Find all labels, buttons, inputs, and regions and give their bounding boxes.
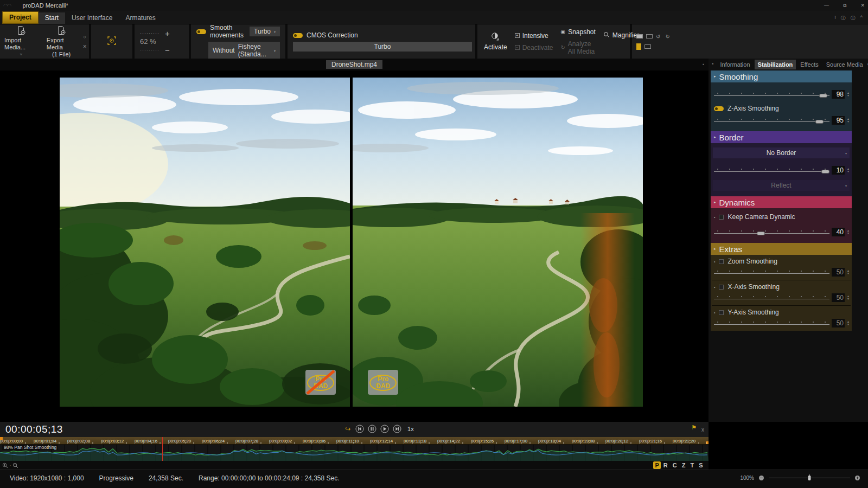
go-to-end-button[interactable] xyxy=(393,425,401,433)
xaxis-smoothing-checkbox[interactable]: • X-Axis Smoothing xyxy=(712,280,851,292)
status-zoom-in-icon[interactable] xyxy=(854,475,860,481)
analyze-all-media-button[interactable]: ↻ Analyze All Media xyxy=(560,40,595,55)
menu-tab-project[interactable]: Project xyxy=(2,11,39,24)
tab-source-media[interactable]: Source Media xyxy=(823,60,866,69)
timeline-zoom-in-icon[interactable] xyxy=(2,463,8,468)
tool-z-button[interactable]: Z xyxy=(679,462,688,468)
dynamics-spinner[interactable]: ▲▼ xyxy=(847,229,850,235)
single-monitor-icon[interactable] xyxy=(636,34,643,38)
menu-tab-user-interface[interactable]: User Interface xyxy=(65,12,119,24)
border-spinner[interactable]: ▲▼ xyxy=(847,168,850,173)
info-icon[interactable]: ⓘ xyxy=(841,15,846,22)
loop-icon[interactable]: ↪ xyxy=(345,425,350,433)
group-close-icon[interactable]: ✕ xyxy=(82,44,87,49)
go-to-start-button[interactable] xyxy=(355,425,364,433)
timeline-close-icon[interactable]: x xyxy=(701,427,704,433)
extras-header[interactable]: ▸ Extras xyxy=(711,243,852,255)
focus-target-icon[interactable] xyxy=(106,35,117,48)
video-pane-original[interactable]: Pro DAD xyxy=(60,78,350,407)
collapse-ribbon-icon[interactable]: ^ xyxy=(860,15,863,22)
about-icon[interactable]: ⓘ xyxy=(851,15,856,22)
close-icon[interactable]: ✕ xyxy=(860,3,865,8)
undo-icon[interactable]: ↺ xyxy=(656,34,662,40)
xaxis-smoothing-slider[interactable]: 50 ▲▼ xyxy=(712,292,851,305)
yaxis-smoothing-slider[interactable]: 50 ▲▼ xyxy=(712,318,851,331)
window-title: proDAD Mercalli* xyxy=(22,2,68,9)
yaxis-smoothing-checkbox[interactable]: • Y-Axis Smoothing xyxy=(712,306,851,318)
redo-icon[interactable]: ↻ xyxy=(665,34,671,40)
timeline-ruler[interactable]: 00:00:00;00 00:00:01;04 00:00:02;08 00:0… xyxy=(0,437,709,445)
border-slider[interactable]: 10 ▲▼ xyxy=(712,160,851,178)
snapshot-button[interactable]: ◉ Snapshot xyxy=(560,28,595,36)
dynamics-value[interactable]: 40 xyxy=(832,228,845,236)
help-icon[interactable]: ! xyxy=(834,15,836,22)
border-header[interactable]: ▸ Border xyxy=(711,131,852,143)
dynamics-slider[interactable]: 40 ▲▼ xyxy=(712,222,851,240)
smoothing-spinner[interactable]: ▲▼ xyxy=(847,92,850,97)
xaxis-smoothing-value[interactable]: 50 xyxy=(832,293,845,302)
smooth-movements-toggle[interactable] xyxy=(196,29,206,34)
export-media-button[interactable]: Export Media (1 File) xyxy=(42,24,81,59)
tool-p-button[interactable]: P xyxy=(653,461,661,469)
xaxis-smoothing-spinner[interactable]: ▲▼ xyxy=(847,295,850,300)
play-button[interactable] xyxy=(380,425,389,433)
zoom-smoothing-slider[interactable]: 50 ▲▼ xyxy=(712,267,851,280)
zaxis-smoothing-value[interactable]: 95 xyxy=(832,116,845,125)
keep-camera-dynamic-checkbox[interactable]: • Keep Camera Dynamic xyxy=(712,210,851,222)
tool-s-button[interactable]: S xyxy=(697,462,705,468)
marker-flag-icon[interactable]: ⚑ xyxy=(691,424,697,431)
playhead[interactable] xyxy=(162,437,163,461)
menu-tab-armatures[interactable]: Armatures xyxy=(119,12,162,24)
tool-c-button[interactable]: C xyxy=(670,462,679,468)
clip-filename[interactable]: DroneShot.mp4 xyxy=(326,60,382,69)
deactivate-button[interactable]: − Deactivate xyxy=(515,44,553,52)
cmos-mode-dropdown[interactable]: Turbo xyxy=(293,42,472,52)
smoothing-header[interactable]: ▸ Smoothing xyxy=(711,70,852,82)
zoom-out-button[interactable]: − xyxy=(165,46,170,55)
zoom-in-button[interactable]: + xyxy=(165,29,170,38)
zaxis-spinner[interactable]: ▲▼ xyxy=(847,118,850,123)
restore-icon[interactable]: ⧉ xyxy=(843,3,846,9)
menu-tab-start[interactable]: Start xyxy=(39,12,65,24)
analysis-waveform[interactable]: 98% Pan Shot Smoothing xyxy=(0,445,709,461)
yaxis-smoothing-value[interactable]: 50 xyxy=(832,319,845,328)
import-media-button[interactable]: Import Media... ˅ xyxy=(0,24,42,59)
zaxis-smoothing-toggle[interactable] xyxy=(714,106,724,111)
group-options-icon[interactable]: ○ xyxy=(84,34,86,40)
reflect-dropdown[interactable]: Reflect ▾ xyxy=(713,180,850,191)
smoothing-slider[interactable]: 98 ▲▼ xyxy=(712,85,851,102)
smoothing-value[interactable]: 98 xyxy=(832,90,845,99)
pause-button[interactable] xyxy=(368,425,376,433)
smooth-mode-dropdown[interactable]: Turbo▾ xyxy=(250,27,280,36)
activate-button[interactable]: Activate xyxy=(484,32,507,51)
video-pane-stabilized[interactable]: Pro DAD xyxy=(353,78,643,407)
tab-information[interactable]: Information xyxy=(717,60,754,69)
cmos-correction-toggle[interactable] xyxy=(293,33,303,38)
border-mode-dropdown[interactable]: No Border ▾ xyxy=(713,147,850,158)
tab-stabilization[interactable]: Stabilization xyxy=(755,60,796,69)
yaxis-smoothing-spinner[interactable]: ▲▼ xyxy=(847,320,850,326)
tab-effects[interactable]: Effects xyxy=(797,60,821,69)
strip-options-icon[interactable]: ▪ xyxy=(703,62,704,67)
zaxis-smoothing-slider[interactable]: 95 ▲▼ xyxy=(712,114,851,128)
status-zoom-slider[interactable] xyxy=(769,474,850,481)
zoom-smoothing-checkbox[interactable]: • Zoom Smoothing xyxy=(712,255,851,267)
tool-t-button[interactable]: T xyxy=(688,462,697,468)
lens-profile-dropdown[interactable]: Without Fisheye (Standa... ▾ xyxy=(208,42,280,59)
ruler-label: 00:00:17;00 xyxy=(505,437,538,444)
zoom-smoothing-spinner[interactable]: ▲▼ xyxy=(847,269,850,275)
compare-view-icon[interactable] xyxy=(636,43,641,50)
minimize-icon[interactable]: — xyxy=(824,3,829,8)
status-zoom-thumb[interactable] xyxy=(808,476,811,480)
zoom-smoothing-value[interactable]: 50 xyxy=(832,268,845,277)
border-value[interactable]: 10 xyxy=(832,166,845,175)
timeline-zoom-out-icon[interactable] xyxy=(12,463,18,468)
dynamics-header[interactable]: ▸ Dynamics xyxy=(711,196,852,208)
panel-pin-icon[interactable]: * xyxy=(710,62,716,67)
playback-speed[interactable]: 1x xyxy=(407,426,414,432)
intensive-button[interactable]: + Intensive xyxy=(515,32,553,40)
status-zoom-out-icon[interactable] xyxy=(758,475,764,481)
full-view-icon[interactable] xyxy=(644,44,651,49)
dual-monitor-icon[interactable] xyxy=(646,34,653,38)
tool-r-button[interactable]: R xyxy=(661,462,670,468)
